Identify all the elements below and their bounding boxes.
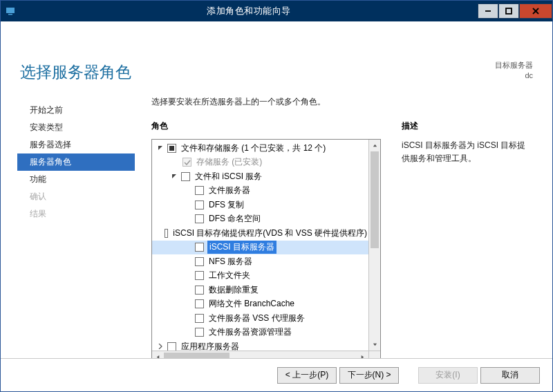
vertical-scrollbar[interactable] xyxy=(368,140,380,351)
titlebar: 添加角色和功能向导 xyxy=(1,1,552,21)
tree-label: DFS 复制 xyxy=(207,199,245,211)
checkbox[interactable] xyxy=(195,271,204,280)
checkbox[interactable] xyxy=(195,200,204,209)
tree-node[interactable]: 工作文件夹 xyxy=(152,269,368,283)
checkbox[interactable] xyxy=(195,257,204,266)
svg-rect-3 xyxy=(506,8,512,14)
tree-label: 文件服务器 xyxy=(207,185,252,196)
tree-label: iSCSI 目标存储提供程序(VDS 和 VSS 硬件提供程序) xyxy=(171,227,368,239)
checkbox[interactable] xyxy=(181,172,190,181)
roles-tree-box: 文件和存储服务 (1 个已安装，共 12 个) 存储服务 (已安装) xyxy=(151,139,381,363)
tree-label: NFS 服务器 xyxy=(207,256,254,268)
tree-node[interactable]: 文件服务器 xyxy=(152,184,368,198)
step-install[interactable]: 安装类型 xyxy=(17,119,135,136)
expand-icon[interactable] xyxy=(170,172,178,180)
roles-header: 角色 xyxy=(151,120,381,132)
tree-node[interactable]: iSCSI 目标存储提供程序(VDS 和 VSS 硬件提供程序) xyxy=(152,226,368,241)
step-results: 结果 xyxy=(17,205,135,223)
step-before[interactable]: 开始之前 xyxy=(17,102,135,119)
svg-rect-1 xyxy=(8,14,12,15)
expand-icon[interactable] xyxy=(156,144,165,152)
next-button[interactable]: 下一步(N) > xyxy=(339,367,399,384)
target-server-value: dc xyxy=(495,71,533,81)
checkbox[interactable] xyxy=(195,299,204,308)
tree-label: 文件和存储服务 (1 个已安装，共 12 个) xyxy=(180,142,327,154)
tree-node[interactable]: DFS 复制 xyxy=(152,198,368,212)
tree-node[interactable]: DFS 命名空间 xyxy=(152,212,368,227)
description-text: iSCSI 目标服务器为 iSCSI 目标提供服务和管理工具。 xyxy=(402,139,533,165)
tree-label: 应用程序服务器 xyxy=(180,341,241,351)
scroll-up-icon[interactable] xyxy=(369,140,381,151)
maximize-button[interactable] xyxy=(498,3,519,19)
tree-node-app-server[interactable]: 应用程序服务器 xyxy=(152,339,368,351)
step-server[interactable]: 服务器选择 xyxy=(17,136,135,153)
tree-node-iscsi-target-server[interactable]: iSCSI 目标服务器 xyxy=(152,241,368,255)
tree-node[interactable]: 网络文件 BranchCache xyxy=(152,297,368,312)
tree-label: 数据删除重复 xyxy=(207,284,260,296)
checkbox-ind[interactable] xyxy=(167,144,176,153)
close-button[interactable] xyxy=(519,3,552,19)
tree-label: 文件服务器资源管理器 xyxy=(207,326,293,338)
tree-node-file-storage[interactable]: 文件和存储服务 (1 个已安装，共 12 个) xyxy=(152,141,368,156)
prev-button[interactable]: < 上一步(P) xyxy=(277,367,337,384)
checkbox[interactable] xyxy=(195,328,204,337)
tree-label: 工作文件夹 xyxy=(207,270,252,281)
button-bar: < 上一步(P) 下一步(N) > 安装(I) 取消 xyxy=(1,358,552,391)
roles-tree: 文件和存储服务 (1 个已安装，共 12 个) 存储服务 (已安装) xyxy=(152,141,368,351)
checkbox[interactable] xyxy=(167,342,176,351)
tree-node[interactable]: NFS 服务器 xyxy=(152,254,368,269)
tree-node[interactable]: 文件服务器资源管理器 xyxy=(152,326,368,340)
app-icon xyxy=(1,1,20,21)
wizard-steps: 开始之前 安装类型 服务器选择 服务器角色 功能 确认 结果 xyxy=(17,102,135,223)
target-server-box: 目标服务器 dc xyxy=(495,60,533,82)
tree-label: 文件服务器 VSS 代理服务 xyxy=(207,312,306,324)
tree-node-storage-svc: 存储服务 (已安装) xyxy=(152,156,368,170)
description-header: 描述 xyxy=(402,120,533,132)
scroll-down-icon[interactable] xyxy=(369,339,381,351)
tree-label: 网络文件 BranchCache xyxy=(207,298,296,310)
tree-node[interactable]: 数据删除重复 xyxy=(152,283,368,297)
minimize-button[interactable] xyxy=(478,3,498,19)
collapse-icon[interactable] xyxy=(156,342,165,351)
window-title: 添加角色和功能向导 xyxy=(20,6,478,17)
checkbox[interactable] xyxy=(195,314,204,323)
step-confirm: 确认 xyxy=(17,188,135,205)
tree-label: 存储服务 (已安装) xyxy=(195,156,263,168)
tree-node-file-iscsi[interactable]: 文件和 iSCSI 服务 xyxy=(152,169,368,184)
checkbox[interactable] xyxy=(195,186,204,195)
page-title: 选择服务器角色 xyxy=(20,62,131,83)
target-server-label: 目标服务器 xyxy=(495,60,533,71)
scroll-thumb[interactable] xyxy=(371,151,379,248)
tree-label: iSCSI 目标服务器 xyxy=(207,241,276,254)
install-button: 安装(I) xyxy=(418,367,478,384)
tree-label: DFS 命名空间 xyxy=(207,213,262,225)
tree-label: 文件和 iSCSI 服务 xyxy=(194,171,263,183)
svg-rect-0 xyxy=(6,8,15,13)
instruction-text: 选择要安装在所选服务器上的一个或多个角色。 xyxy=(151,96,533,108)
tree-node[interactable]: 文件服务器 VSS 代理服务 xyxy=(152,311,368,326)
checkbox-checked-disabled xyxy=(182,158,191,167)
checkbox[interactable] xyxy=(195,214,204,223)
step-features[interactable]: 功能 xyxy=(17,171,135,188)
checkbox[interactable] xyxy=(195,243,204,252)
checkbox[interactable] xyxy=(165,229,168,238)
cancel-button[interactable]: 取消 xyxy=(480,367,540,384)
checkbox[interactable] xyxy=(195,286,204,295)
step-roles[interactable]: 服务器角色 xyxy=(17,153,135,171)
